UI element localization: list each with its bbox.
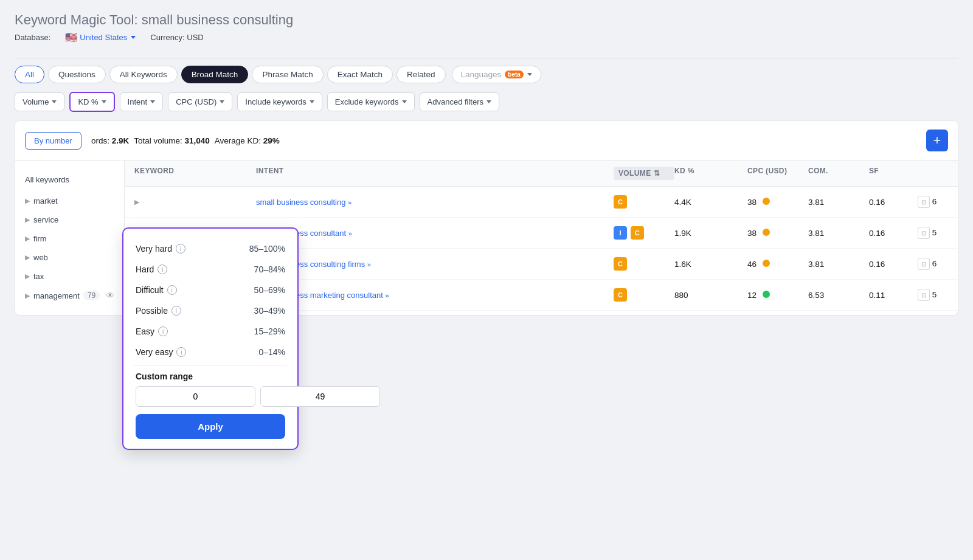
advanced-filters[interactable]: Advanced filters	[420, 92, 500, 111]
group-firm[interactable]: ▶ firm	[25, 229, 114, 248]
custom-range-label: Custom range	[133, 372, 288, 381]
expand-icon: ▶	[25, 272, 30, 280]
total-volume: 31,040	[184, 136, 209, 145]
expand-icon: ▶	[25, 216, 30, 224]
kd-dot-icon	[763, 291, 770, 298]
exclude-keywords-filter[interactable]: Exclude keywords	[327, 92, 415, 111]
advanced-filters-chevron-icon	[486, 100, 491, 103]
database-country[interactable]: 🇺🇸 United States	[65, 32, 136, 43]
info-icon[interactable]: i	[158, 264, 167, 274]
kd-chevron-icon	[102, 100, 106, 103]
tab-questions[interactable]: Questions	[48, 66, 106, 83]
kd-option-very-easy[interactable]: Very easy i 0–14%	[133, 342, 288, 362]
expand-icon: ▶	[25, 235, 30, 243]
volume-filter[interactable]: Volume	[15, 92, 64, 111]
tab-related[interactable]: Related	[396, 66, 446, 83]
intent-cell: C	[614, 288, 674, 302]
kd-cell: 38	[747, 198, 808, 207]
custom-range-from[interactable]	[136, 386, 255, 407]
info-icon[interactable]: i	[167, 285, 177, 295]
kd-option-easy[interactable]: Easy i 15–29%	[133, 321, 288, 342]
include-keywords-filter[interactable]: Include keywords	[237, 92, 322, 111]
group-web[interactable]: ▶ web	[25, 248, 114, 267]
all-keywords-label: All keywords	[25, 170, 114, 189]
group-tax[interactable]: ▶ tax	[25, 267, 114, 286]
left-panel: All keywords ▶ market ▶ service ▶ firm	[15, 161, 125, 315]
expand-icon: ▶	[25, 292, 30, 300]
intent-badge-c: C	[614, 288, 627, 302]
volume-chevron-icon	[52, 100, 57, 103]
group-count-badge: 79	[83, 291, 100, 300]
header-divider	[15, 58, 958, 58]
info-icon[interactable]: i	[171, 306, 181, 316]
main-content: By number ords: 2.9K Total volume: 31,04…	[15, 120, 958, 316]
th-kd: KD %	[674, 167, 747, 180]
custom-range-to[interactable]	[260, 386, 380, 407]
copy-icon[interactable]: ⊡	[918, 196, 930, 208]
keyword-cell: small business consulting »	[256, 198, 614, 207]
include-keywords-chevron-icon	[310, 100, 314, 103]
th-empty	[918, 167, 948, 180]
kd-dropdown: Very hard i 85–100% Hard i 70–84% Diffic…	[122, 227, 299, 450]
keyword-link[interactable]: small business consulting »	[256, 198, 351, 207]
intent-cell: C	[614, 257, 674, 271]
tab-phrase-match[interactable]: Phrase Match	[252, 66, 323, 83]
intent-filter[interactable]: Intent	[120, 92, 164, 111]
th-com: Com.	[808, 167, 869, 180]
cpc-cell: 3.81	[808, 260, 869, 269]
tab-all[interactable]: All	[15, 66, 44, 83]
kd-option-very-hard[interactable]: Very hard i 85–100%	[133, 238, 288, 259]
kd-option-hard[interactable]: Hard i 70–84%	[133, 259, 288, 280]
copy-icon[interactable]: ⊡	[918, 289, 930, 301]
exclude-keywords-chevron-icon	[402, 100, 407, 103]
com-cell: 0.16	[869, 260, 918, 269]
tab-all-keywords[interactable]: All Keywords	[109, 66, 178, 83]
kd-option-possible[interactable]: Possible i 30–49%	[133, 300, 288, 321]
apply-button[interactable]: Apply	[136, 414, 285, 439]
info-icon[interactable]: i	[158, 327, 168, 336]
volume-cell: 1.6K	[674, 260, 747, 269]
group-service[interactable]: ▶ service	[25, 210, 114, 229]
intent-cell: C	[614, 195, 674, 209]
kd-dot-icon	[763, 260, 770, 267]
dropdown-divider	[133, 365, 288, 365]
th-sf: SF	[869, 167, 918, 180]
avg-kd: 29%	[263, 136, 280, 145]
group-market[interactable]: ▶ market	[25, 192, 114, 210]
intent-cell: I C	[614, 226, 674, 240]
info-icon[interactable]: i	[176, 244, 185, 254]
info-icon[interactable]: i	[176, 347, 186, 357]
tab-exact-match[interactable]: Exact Match	[327, 66, 393, 83]
beta-badge: beta	[505, 71, 524, 78]
com-cell: 0.16	[869, 229, 918, 238]
group-management[interactable]: ▶ management 79 👁	[25, 286, 114, 305]
volume-cell: 1.9K	[674, 229, 747, 238]
languages-chevron-icon	[527, 73, 532, 76]
sf-cell: ⊡ 5	[918, 227, 948, 239]
copy-icon[interactable]: ⊡	[918, 258, 930, 270]
filters-row: Volume KD % Intent CPC (USD) Include key…	[15, 92, 958, 112]
intent-badge-c: C	[614, 257, 627, 271]
kd-filter[interactable]: KD %	[69, 92, 114, 112]
intent-badge-c: C	[614, 195, 627, 209]
by-number-button[interactable]: By number	[25, 132, 81, 150]
tab-languages[interactable]: Languages beta	[452, 66, 541, 83]
expand-icon: ▶	[25, 254, 30, 261]
visibility-icon[interactable]: 👁	[106, 291, 114, 300]
keyword-cell: small business marketing consultant »	[256, 291, 614, 300]
keyword-cell: small business consultant »	[256, 229, 614, 238]
cpc-filter[interactable]: CPC (USD)	[168, 92, 232, 111]
th-keyword: keyword	[134, 167, 256, 180]
th-volume[interactable]: Volume ⇅	[614, 167, 674, 180]
add-button[interactable]: +	[926, 130, 948, 151]
kd-option-difficult[interactable]: Difficult i 50–69%	[133, 280, 288, 300]
copy-icon[interactable]: ⊡	[918, 227, 930, 239]
cpc-cell: 3.81	[808, 198, 869, 207]
sf-cell: ⊡ 6	[918, 196, 948, 208]
volume-cell: 880	[674, 291, 747, 300]
tab-broad-match[interactable]: Broad Match	[181, 66, 249, 83]
custom-range-inputs	[133, 386, 288, 407]
kd-dot-icon	[763, 229, 770, 236]
sf-cell: ⊡ 6	[918, 258, 948, 270]
th-intent: Intent	[256, 167, 614, 180]
